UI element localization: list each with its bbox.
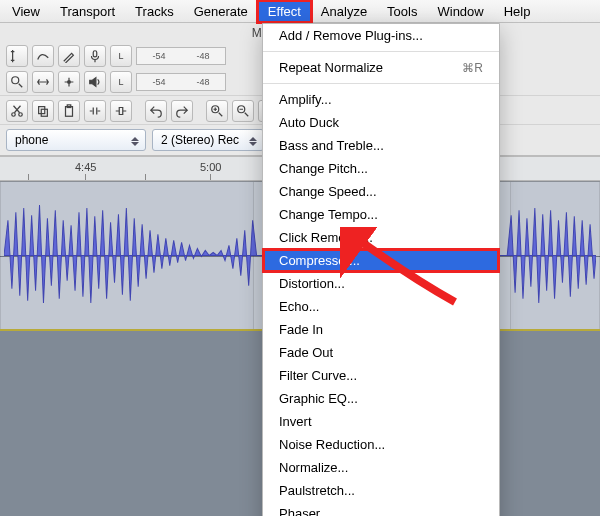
menu-item-label: Invert	[279, 414, 312, 429]
svg-point-3	[12, 113, 16, 117]
zoom-out-icon[interactable]	[232, 100, 254, 122]
chevron-updown-icon	[247, 134, 259, 148]
trim-icon[interactable]	[84, 100, 106, 122]
menu-item-label: Repeat Normalize	[279, 60, 383, 75]
menu-generate[interactable]: Generate	[184, 1, 258, 22]
svg-rect-0	[93, 51, 97, 57]
output-device-value: phone	[15, 133, 48, 147]
menu-item-label: Change Pitch...	[279, 161, 368, 176]
timeline-mark: 4:45	[75, 161, 96, 173]
menu-item-label: Amplify...	[279, 92, 332, 107]
timeshift-tool-icon[interactable]	[32, 71, 54, 93]
menu-tools[interactable]: Tools	[377, 1, 427, 22]
menu-item-label: Filter Curve...	[279, 368, 357, 383]
meter-tick: -54	[152, 77, 165, 87]
menu-item-amplify[interactable]: Amplify...	[263, 88, 499, 111]
timeline-mark: 5:00	[200, 161, 221, 173]
menu-item-label: Click Removal...	[279, 230, 373, 245]
channels-select[interactable]: 2 (Stereo) Rec	[152, 129, 264, 151]
channels-value: 2 (Stereo) Rec	[161, 133, 239, 147]
menu-separator	[263, 83, 499, 84]
menu-item-change-speed[interactable]: Change Speed...	[263, 180, 499, 203]
copy-icon[interactable]	[32, 100, 54, 122]
menu-item-label: Change Tempo...	[279, 207, 378, 222]
menu-item-bass-and-treble[interactable]: Bass and Treble...	[263, 134, 499, 157]
meter-tick: -48	[196, 77, 209, 87]
menu-item-noise-reduction[interactable]: Noise Reduction...	[263, 433, 499, 456]
menu-transport[interactable]: Transport	[50, 1, 125, 22]
silence-icon[interactable]	[110, 100, 132, 122]
menu-item-label: Fade In	[279, 322, 323, 337]
chevron-updown-icon	[129, 134, 141, 148]
menu-tracks[interactable]: Tracks	[125, 1, 184, 22]
menu-item-label: Phaser...	[279, 506, 330, 516]
output-device-select[interactable]: phone	[6, 129, 146, 151]
menu-item-repeat-last[interactable]: Repeat Normalize ⌘R	[263, 56, 499, 79]
menu-window[interactable]: Window	[427, 1, 493, 22]
speaker-icon[interactable]	[84, 71, 106, 93]
paste-icon[interactable]	[58, 100, 80, 122]
svg-point-4	[19, 113, 23, 117]
menu-item-distortion[interactable]: Distortion...	[263, 272, 499, 295]
menu-item-auto-duck[interactable]: Auto Duck	[263, 111, 499, 134]
menu-shortcut: ⌘R	[462, 61, 483, 75]
meter-play-l: L	[110, 71, 132, 93]
menu-item-normalize[interactable]: Normalize...	[263, 456, 499, 479]
meter-rec-l: L	[110, 45, 132, 67]
svg-point-1	[12, 77, 19, 84]
menu-item-echo[interactable]: Echo...	[263, 295, 499, 318]
menu-item-label: Compressor...	[279, 253, 360, 268]
menu-separator	[263, 51, 499, 52]
menu-item-filter-curve[interactable]: Filter Curve...	[263, 364, 499, 387]
menu-item-fade-in[interactable]: Fade In	[263, 318, 499, 341]
menu-item-phaser[interactable]: Phaser...	[263, 502, 499, 516]
meter-tick: -54	[152, 51, 165, 61]
undo-icon[interactable]	[145, 100, 167, 122]
menu-item-label: Bass and Treble...	[279, 138, 384, 153]
effect-dropdown: Add / Remove Plug-ins... Repeat Normaliz…	[262, 23, 500, 516]
menu-item-label: Add / Remove Plug-ins...	[279, 28, 423, 43]
menu-item-change-pitch[interactable]: Change Pitch...	[263, 157, 499, 180]
menu-item-label: Auto Duck	[279, 115, 339, 130]
microphone-icon[interactable]	[84, 45, 106, 67]
menu-analyze[interactable]: Analyze	[311, 1, 377, 22]
cut-icon[interactable]	[6, 100, 28, 122]
zoom-tool-icon[interactable]	[6, 71, 28, 93]
menu-item-label: Paulstretch...	[279, 483, 355, 498]
menu-item-label: Change Speed...	[279, 184, 377, 199]
redo-icon[interactable]	[171, 100, 193, 122]
menu-item-label: Graphic EQ...	[279, 391, 358, 406]
menubar: View Transport Tracks Generate Effect An…	[0, 0, 600, 23]
menu-item-add-remove-plugins[interactable]: Add / Remove Plug-ins...	[263, 24, 499, 47]
menu-item-label: Distortion...	[279, 276, 345, 291]
meter-tick: -48	[196, 51, 209, 61]
playback-meter[interactable]: -54 -48	[136, 73, 226, 91]
menu-item-fade-out[interactable]: Fade Out	[263, 341, 499, 364]
draw-tool-icon[interactable]	[58, 45, 80, 67]
menu-item-graphic-eq[interactable]: Graphic EQ...	[263, 387, 499, 410]
menu-item-label: Echo...	[279, 299, 319, 314]
svg-point-2	[68, 81, 71, 84]
menu-item-label: Noise Reduction...	[279, 437, 385, 452]
envelope-tool-icon[interactable]	[32, 45, 54, 67]
menu-item-click-removal[interactable]: Click Removal...	[263, 226, 499, 249]
menu-help[interactable]: Help	[494, 1, 541, 22]
multi-tool-icon[interactable]	[58, 71, 80, 93]
menu-effect[interactable]: Effect	[258, 1, 311, 22]
menu-item-invert[interactable]: Invert	[263, 410, 499, 433]
menu-item-label: Fade Out	[279, 345, 333, 360]
menu-view[interactable]: View	[2, 1, 50, 22]
menu-item-label: Normalize...	[279, 460, 348, 475]
selection-tool-icon[interactable]	[6, 45, 28, 67]
zoom-in-icon[interactable]	[206, 100, 228, 122]
menu-item-compressor[interactable]: Compressor...	[263, 249, 499, 272]
recording-meter[interactable]: -54 -48	[136, 47, 226, 65]
menu-item-paulstretch[interactable]: Paulstretch...	[263, 479, 499, 502]
menu-item-change-tempo[interactable]: Change Tempo...	[263, 203, 499, 226]
